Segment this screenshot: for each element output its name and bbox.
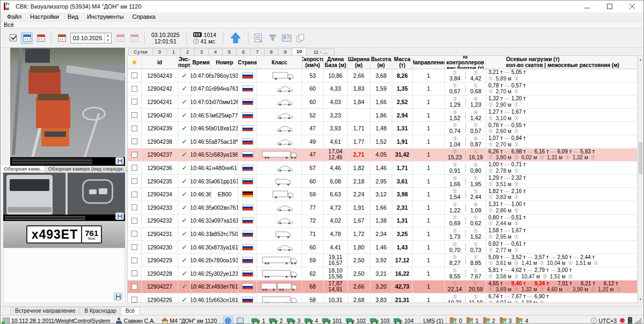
table-row[interactable]: 12904240✓10:46:57м625мр77523,231,862,941… [128,109,638,122]
lane-counter[interactable]: 1 [251,318,265,324]
row-checkbox[interactable] [131,178,137,184]
overview-camera-image[interactable] [10,48,125,166]
close-button[interactable] [621,1,643,12]
table-row[interactable]: 12904233✓10:46:35м002во761774,721,911,66… [128,201,638,215]
hour-tab-9[interactable]: 9 [278,48,292,55]
minimize-button[interactable] [576,1,598,12]
filter-group-bar[interactable]: Всё [1,21,643,28]
hour-tab-11 - ...[interactable]: 11 - ... [306,48,335,55]
gate-counter[interactable]: 0 [449,317,462,324]
table-row[interactable]: 12904229✓10:46:28х780оа1935919,1116,572,… [128,254,638,267]
table-row[interactable]: 12904238✓10:46:55а875ас18*494,611,771,52… [128,135,638,149]
lane-counter[interactable]: 104 [393,318,414,324]
row-checkbox[interactable] [131,257,137,263]
hour-tab-0[interactable]: 0 [152,48,167,55]
menu-item-Настройки[interactable]: Настройки [26,12,63,21]
table-row[interactable]: 12904243✓10:47:06а786оу1935310,862,663,6… [128,69,638,83]
header-width[interactable]: Ширина (м) [348,56,370,69]
header-mass[interactable]: Масса (т) [392,56,413,69]
hour-tab-7[interactable]: 7 [250,48,265,55]
vertical-scrollbar[interactable]: ▲ ▼ [638,55,643,303]
lane-counter[interactable]: 101 [322,318,342,324]
hour-tab-2[interactable]: 2 [180,48,195,55]
save-photo-button[interactable] [115,212,124,220]
hour-tab-1[interactable]: 1 [166,48,181,55]
row-checkbox[interactable] [131,244,137,250]
direction-tab-Всё[interactable]: Всё [121,307,140,315]
date-input[interactable] [71,33,104,43]
row-checkbox[interactable] [131,231,137,237]
table-row[interactable]: 12904234✓10:46:36ЕВ00596,632,243,123,981… [128,188,638,201]
header-controllers[interactable]: id контроллеров вес бортов (т) [445,56,486,69]
header-axles[interactable]: Осевые нагрузки (т) кол-во скатов | межо… [486,56,638,69]
table-row[interactable]: 12904230✓10:46:30х873уа161604,411,801,46… [128,241,638,254]
header-export[interactable]: Экс- порт [178,56,191,69]
hour-tab-8[interactable]: 8 [264,48,279,55]
hour-tab-10[interactable]: 10 [292,48,306,55]
table-row[interactable]: 12904227✓10:46:20х493ет7616817,8714,912,… [128,281,638,294]
table-row[interactable]: 12904226✓10:46:15у663сн1615810,312,683,8… [128,293,638,303]
today-button[interactable] [128,32,140,44]
row-checkbox[interactable] [131,297,137,303]
table-row[interactable]: 12904242✓10:47:02н994на761604,331,831,59… [128,83,638,96]
save-photo-button[interactable] [114,293,122,300]
upload-button[interactable] [228,30,244,46]
maximize-button[interactable] [598,1,621,12]
row-checkbox[interactable] [131,204,137,210]
row-checkbox[interactable] [131,72,137,78]
lane-counter[interactable]: 3 [287,318,301,324]
goto-date-button[interactable] [56,32,68,44]
header-plate[interactable]: Номер [211,56,238,69]
camera-tab[interactable]: Обзорная камера (вид спереди; ... [45,166,127,172]
auto-refresh-checkbox[interactable] [7,32,19,44]
menu-item-Инструменты[interactable]: Инструменты [83,12,128,21]
network-view-button[interactable] [223,316,233,324]
header-time[interactable]: Время [191,56,211,69]
table-row[interactable]: 12904231✓10:46:31в853тс750714,781,722,34… [128,227,638,241]
lane-counter[interactable]: 2 [269,318,283,324]
hour-tab-3[interactable]: 3 [194,48,209,55]
table-row[interactable]: 12904228✓10:46:25у302уе1236218,1015,562,… [128,267,638,281]
menu-item-Вид[interactable]: Вид [63,12,83,21]
table-row[interactable]: 12904239✓10:46:56в018хв123473,931,711,48… [128,122,638,135]
hour-tab-6[interactable]: 6 [236,48,251,55]
save-photo-button[interactable] [115,157,124,165]
copy-button[interactable] [295,32,306,44]
header-star[interactable]: ★ [128,56,142,69]
gate-counter[interactable]: 2 [482,317,495,324]
header-speed[interactable]: Скорость (км/ч) [302,56,324,69]
local-view-button[interactable] [235,316,245,324]
header-country[interactable]: Страна [238,56,257,69]
row-checkbox[interactable] [131,86,137,92]
scrollbar-thumb[interactable] [639,142,642,174]
row-checkbox[interactable] [131,192,137,197]
gate-counter[interactable]: 3 [499,317,512,324]
prev-day-button[interactable] [114,32,126,44]
header-direction[interactable]: Направление [413,56,445,69]
day-view-button[interactable] [21,32,33,44]
row-checkbox[interactable] [131,270,137,276]
plate-recognition-image[interactable]: х493ЕТ 761 RUS [3,221,125,248]
hour-tab-Сутки[interactable]: Сутки [128,48,153,55]
row-checkbox[interactable] [131,152,137,158]
filter-button[interactable] [267,32,279,44]
report-button[interactable] [253,32,265,44]
row-checkbox[interactable] [131,99,137,105]
row-checkbox[interactable] [131,165,137,171]
gate-counter[interactable]: 4 [515,317,528,324]
scroll-up-arrow[interactable]: ▲ [638,56,643,63]
hour-tab-4[interactable]: 4 [208,48,223,55]
header-length[interactable]: Длина База (м) [324,56,348,69]
date-spinner[interactable]: ▲▼ [104,33,111,43]
row-checkbox[interactable] [131,218,137,224]
row-checkbox[interactable] [131,284,137,290]
table-row[interactable]: 12904232✓10:46:33м097ха161724,021,671,38… [128,215,638,228]
camera-tab[interactable]: Обзорная каме... [1,166,45,172]
menu-item-Файл[interactable]: Файл [3,12,26,21]
lane-counter[interactable]: 4 [304,318,318,324]
table-row[interactable]: 12904237✓10:46:53р583уа1984717,0412,452,… [128,149,638,162]
row-checkbox[interactable] [131,138,137,144]
period-view-button[interactable] [35,32,47,44]
front-camera-image[interactable] [3,173,125,221]
card-view-button[interactable] [281,32,292,44]
